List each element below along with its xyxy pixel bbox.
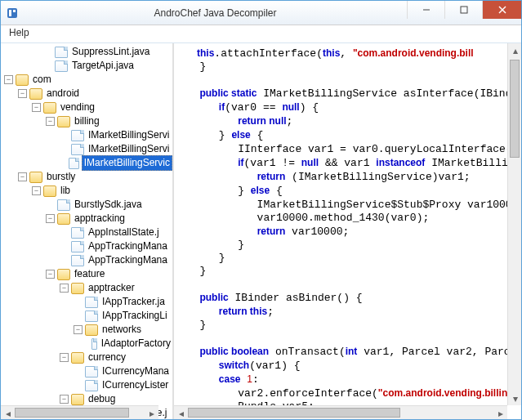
tree-item[interactable]: AppInstallState.j bbox=[60, 226, 172, 239]
window-title: AndroChef Java Decompiler bbox=[24, 7, 407, 19]
folder-icon bbox=[16, 74, 29, 86]
tree-label: debug bbox=[87, 392, 117, 406]
tree-item[interactable]: −apptracking bbox=[46, 212, 172, 226]
close-button[interactable] bbox=[482, 1, 521, 19]
collapse-icon[interactable]: − bbox=[60, 284, 69, 293]
tree-item[interactable]: −android bbox=[18, 87, 172, 101]
collapse-icon[interactable]: − bbox=[74, 325, 83, 334]
scroll-left-icon[interactable]: ◂ bbox=[1, 406, 15, 419]
tree-item[interactable]: −debug bbox=[60, 392, 172, 406]
tree-label: AppTrackingMana bbox=[87, 253, 169, 267]
file-icon bbox=[91, 338, 97, 350]
tree-item[interactable]: −feature bbox=[46, 267, 172, 281]
svg-rect-0 bbox=[7, 8, 17, 18]
tree-item[interactable]: −currency bbox=[60, 351, 172, 364]
tree-item[interactable]: IAdaptorFactory bbox=[87, 337, 172, 351]
folder-icon bbox=[29, 88, 42, 100]
scroll-up-icon[interactable]: ▴ bbox=[508, 43, 521, 57]
maximize-button[interactable] bbox=[444, 1, 482, 19]
collapse-icon[interactable]: − bbox=[46, 214, 55, 223]
tree-item[interactable]: −com bbox=[4, 73, 172, 87]
tree-item[interactable]: −billing bbox=[46, 114, 172, 128]
tree-item[interactable]: AppTrackingMana bbox=[60, 253, 172, 267]
collapse-icon[interactable]: − bbox=[18, 89, 27, 98]
scroll-left-icon[interactable]: ◂ bbox=[174, 406, 188, 419]
collapse-icon[interactable]: − bbox=[46, 270, 55, 279]
file-icon bbox=[71, 227, 84, 239]
minimize-button[interactable] bbox=[407, 1, 444, 19]
folder-icon bbox=[71, 394, 84, 405]
folder-icon bbox=[43, 102, 56, 114]
tree-label: AppTrackingMana bbox=[87, 239, 169, 253]
tree-item[interactable]: IMarketBillingServi bbox=[60, 142, 172, 156]
svg-rect-1 bbox=[9, 10, 11, 16]
tree-item[interactable]: IMarketBillingServi bbox=[60, 128, 172, 142]
svg-rect-2 bbox=[13, 10, 16, 12]
tree-item[interactable]: −networks bbox=[74, 323, 172, 337]
tree-item[interactable]: −apptracker bbox=[60, 281, 172, 295]
tree-label: com bbox=[31, 73, 53, 87]
tree-label: vending bbox=[59, 101, 96, 114]
file-icon bbox=[85, 366, 98, 378]
titlebar: AndroChef Java Decompiler bbox=[1, 1, 521, 25]
tree-label: apptracking bbox=[73, 212, 127, 226]
tree-label: IAppTracker.ja bbox=[100, 295, 167, 309]
file-icon bbox=[85, 297, 98, 308]
source-code: this.attachInterface(this, "com.android.… bbox=[174, 43, 521, 419]
tree-item[interactable]: ICurrencyMana bbox=[74, 364, 172, 378]
tree-label: IMarketBillingServi bbox=[87, 128, 171, 142]
scroll-right-icon[interactable]: ▸ bbox=[145, 406, 158, 419]
tree-label: lib bbox=[59, 184, 72, 198]
collapse-icon[interactable]: − bbox=[60, 395, 69, 404]
folder-icon bbox=[71, 352, 84, 364]
file-icon bbox=[71, 130, 84, 141]
menubar: Help bbox=[1, 25, 521, 43]
tree-item[interactable]: ICurrencyLister bbox=[74, 378, 172, 392]
tree-pane[interactable]: SuppressLint.java TargetApi.java −com −a… bbox=[1, 43, 174, 419]
collapse-icon[interactable]: − bbox=[46, 117, 55, 126]
code-pane[interactable]: this.attachInterface(this, "com.android.… bbox=[174, 43, 521, 419]
tree-item[interactable]: IMarketBillingServic bbox=[60, 156, 172, 170]
tree-label: billing bbox=[73, 114, 101, 128]
collapse-icon[interactable]: − bbox=[4, 75, 13, 84]
tree-item[interactable]: −vending bbox=[32, 101, 172, 114]
tree-label: IAppTrackingLi bbox=[100, 309, 169, 323]
file-icon bbox=[57, 199, 70, 211]
collapse-icon[interactable]: − bbox=[32, 186, 41, 195]
tree-label: android bbox=[45, 87, 81, 101]
file-icon bbox=[71, 255, 84, 266]
tree-item[interactable]: BurstlySdk.java bbox=[46, 198, 172, 212]
file-icon bbox=[55, 47, 68, 58]
tree-item[interactable]: AppTrackingMana bbox=[60, 239, 172, 253]
tree-label: networks bbox=[100, 323, 143, 337]
menu-help[interactable]: Help bbox=[4, 25, 34, 40]
scrollbar-vertical[interactable]: ▴ ▾ bbox=[507, 43, 521, 405]
file-icon bbox=[71, 241, 84, 252]
tree-label: currency bbox=[87, 351, 127, 364]
collapse-icon[interactable]: − bbox=[18, 172, 27, 181]
tree-label: ICurrencyLister bbox=[100, 378, 170, 392]
tree-label-selected: IMarketBillingServic bbox=[82, 155, 172, 171]
scrollbar-horizontal[interactable]: ◂ ▸ bbox=[174, 405, 507, 419]
tree-item[interactable]: TargetApi.java bbox=[43, 59, 172, 73]
tree-label: BurstlySdk.java bbox=[73, 198, 144, 212]
file-icon bbox=[71, 144, 84, 155]
tree-item[interactable]: −burstly bbox=[18, 170, 172, 184]
collapse-icon[interactable]: − bbox=[32, 103, 41, 112]
scroll-down-icon[interactable]: ▾ bbox=[508, 391, 521, 405]
scrollbar-horizontal[interactable]: ◂ ▸ bbox=[1, 405, 158, 419]
tree-item[interactable]: IAppTrackingLi bbox=[74, 309, 172, 323]
tree-label: feature bbox=[73, 267, 106, 281]
main-split: SuppressLint.java TargetApi.java −com −a… bbox=[1, 43, 521, 419]
tree-label: burstly bbox=[45, 170, 77, 184]
collapse-icon[interactable]: − bbox=[60, 353, 69, 362]
tree-item[interactable]: −lib bbox=[32, 184, 172, 198]
scroll-right-icon[interactable]: ▸ bbox=[493, 406, 507, 419]
tree-item[interactable]: SuppressLint.java bbox=[43, 45, 172, 59]
svg-rect-4 bbox=[461, 7, 467, 13]
tree-label: IAdaptorFactory bbox=[100, 337, 172, 351]
tree-item[interactable]: IAppTracker.ja bbox=[74, 295, 172, 309]
tree-label: IMarketBillingServi bbox=[87, 142, 171, 156]
folder-icon bbox=[71, 283, 84, 294]
app-icon bbox=[6, 7, 19, 20]
